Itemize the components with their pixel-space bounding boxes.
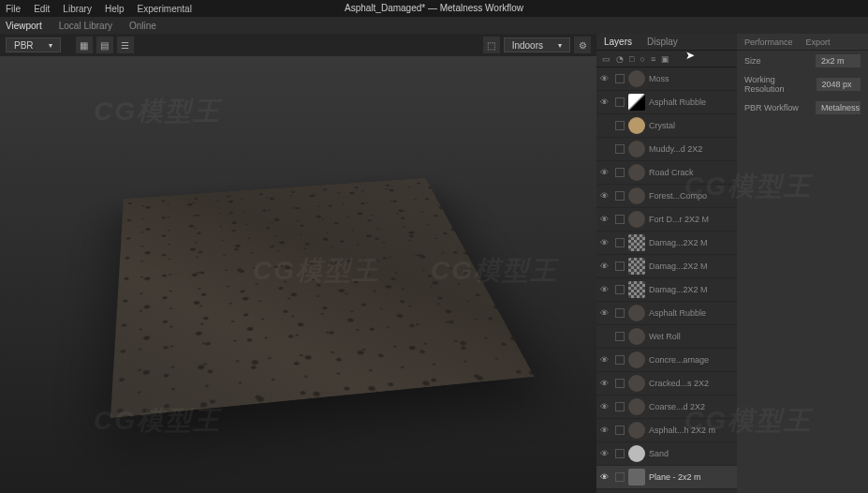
menu-library[interactable]: Library xyxy=(63,4,92,14)
layer-name: Concre...amage xyxy=(649,355,733,365)
layer-type-icon xyxy=(615,191,625,201)
tool-lines-icon[interactable]: ≡ xyxy=(651,54,655,64)
layer-row[interactable]: 👁Road Crack xyxy=(596,161,737,185)
layer-row[interactable]: 👁Coarse...d 2X2 xyxy=(596,396,737,419)
layer-thumbnail xyxy=(628,445,645,462)
layer-row[interactable]: 👁Sand xyxy=(596,442,737,466)
window-title: Asphalt_Damaged* — Metalness Workflow xyxy=(345,0,523,17)
layer-name: Sand xyxy=(649,449,733,458)
layer-row[interactable]: 👁Plane - 2x2 m xyxy=(596,466,737,489)
layer-thumbnail xyxy=(628,94,645,111)
layer-thumbnail xyxy=(628,211,645,228)
tab-local-library[interactable]: Local Library xyxy=(59,21,112,31)
layer-type-icon xyxy=(615,74,625,83)
layer-row[interactable]: 👁Fort D...r 2X2 M xyxy=(596,208,737,232)
layer-type-icon xyxy=(615,308,625,318)
tab-online[interactable]: Online xyxy=(129,21,156,31)
layer-row[interactable]: Muddy...d 2X2 xyxy=(596,138,737,161)
prop-workflow-value[interactable]: Metalness xyxy=(816,101,861,114)
layer-type-icon xyxy=(615,168,625,177)
layer-name: Cracked...s 2X2 xyxy=(649,379,733,388)
layer-row[interactable]: 👁Damag...2X2 M xyxy=(596,255,737,278)
layer-row[interactable]: 👁Asphalt Rubble xyxy=(596,302,737,325)
layers-panel: Layers Display ▭ ◔ □ ○ ≡ ▣ 👁Moss👁Asphalt… xyxy=(596,34,737,493)
visibility-icon[interactable]: 👁 xyxy=(600,74,611,83)
tool-rect-icon[interactable]: ▭ xyxy=(602,54,611,64)
visibility-icon[interactable]: 👁 xyxy=(600,191,611,201)
layer-type-icon xyxy=(615,144,625,154)
layer-thumbnail xyxy=(628,351,645,368)
tool-group-icon[interactable]: ▣ xyxy=(661,54,669,64)
visibility-icon[interactable]: 👁 xyxy=(600,379,611,388)
layer-type-icon xyxy=(615,426,625,435)
layer-type-icon xyxy=(615,97,625,107)
layer-type-icon xyxy=(615,285,625,294)
layer-thumbnail xyxy=(628,328,645,345)
environment-dropdown[interactable]: Indoors xyxy=(504,37,570,52)
layer-row[interactable]: Crystal xyxy=(596,114,737,138)
layer-name: Forest...Compo xyxy=(649,191,733,201)
prop-size-value[interactable]: 2x2 m xyxy=(816,54,861,67)
visibility-icon[interactable]: 👁 xyxy=(600,215,611,224)
layer-type-icon xyxy=(615,449,625,458)
layer-row[interactable]: 👁Asphalt...h 2X2 m xyxy=(596,419,737,442)
cube-icon[interactable]: ⬚ xyxy=(483,37,500,53)
main-tabs: Viewport Local Library Online xyxy=(0,17,868,34)
tool-square-icon[interactable]: □ xyxy=(629,54,634,64)
layer-row[interactable]: 👁Damag...2X2 M xyxy=(596,232,737,255)
visibility-icon[interactable]: 👁 xyxy=(600,238,611,247)
visibility-icon[interactable]: 👁 xyxy=(600,449,611,458)
layer-row[interactable]: 👁Moss xyxy=(596,67,737,91)
layer-row[interactable]: Wet Roll xyxy=(596,325,737,349)
prop-size-label: Size xyxy=(744,56,761,66)
settings-icon[interactable]: ⚙ xyxy=(574,37,591,53)
layer-thumbnail xyxy=(628,187,645,204)
layer-thumbnail xyxy=(628,117,645,134)
tab-display[interactable]: Display xyxy=(647,37,678,47)
prop-resolution-label: Working Resolution xyxy=(744,75,817,94)
menu-help[interactable]: Help xyxy=(105,4,125,14)
prop-workflow-label: PBR Workflow xyxy=(744,103,799,112)
layer-row[interactable]: 👁Concre...amage xyxy=(596,349,737,372)
tool-drop-icon[interactable]: ◔ xyxy=(616,54,624,64)
tool-circle-icon[interactable]: ○ xyxy=(640,54,644,64)
layer-row[interactable]: 👁Cracked...s 2X2 xyxy=(596,372,737,396)
prop-resolution-value[interactable]: 2048 px xyxy=(817,78,861,91)
layer-name: Asphalt Rubble xyxy=(649,97,733,107)
properties-panel: Performance Export Size 2x2 m Working Re… xyxy=(737,34,868,493)
visibility-icon[interactable]: 👁 xyxy=(600,308,611,318)
layer-row[interactable]: 👁Forest...Compo xyxy=(596,185,737,208)
layer-thumbnail xyxy=(628,141,645,157)
tab-performance[interactable]: Performance xyxy=(744,37,793,47)
visibility-icon[interactable]: 👁 xyxy=(600,355,611,365)
viewport-canvas[interactable] xyxy=(0,56,596,493)
visibility-icon[interactable]: 👁 xyxy=(600,402,611,411)
menu-file[interactable]: File xyxy=(6,4,21,14)
layer-name: Moss xyxy=(649,74,733,83)
tab-viewport[interactable]: Viewport xyxy=(6,21,42,31)
layer-thumbnail xyxy=(628,70,645,87)
view-grid-icon[interactable]: ▤ xyxy=(96,37,113,53)
tab-layers[interactable]: Layers xyxy=(604,37,632,47)
layer-name: Coarse...d 2X2 xyxy=(649,402,733,411)
shading-dropdown[interactable]: PBR xyxy=(6,37,61,52)
menu-experimental[interactable]: Experimental xyxy=(138,4,192,14)
layer-type-icon xyxy=(615,379,625,388)
menu-edit[interactable]: Edit xyxy=(34,4,50,14)
layer-name: Fort D...r 2X2 M xyxy=(649,215,733,224)
view-iso-icon[interactable]: ▦ xyxy=(76,37,93,53)
tab-export[interactable]: Export xyxy=(806,37,831,47)
layer-type-icon xyxy=(615,472,625,482)
layer-name: Road Crack xyxy=(649,168,733,177)
layer-tools: ▭ ◔ □ ○ ≡ ▣ xyxy=(596,51,737,67)
visibility-icon[interactable]: 👁 xyxy=(600,285,611,294)
visibility-icon[interactable]: 👁 xyxy=(600,261,611,271)
visibility-icon[interactable]: 👁 xyxy=(600,168,611,177)
visibility-icon[interactable]: 👁 xyxy=(600,472,611,482)
visibility-icon[interactable]: 👁 xyxy=(600,426,611,435)
layer-thumbnail xyxy=(628,281,645,298)
layer-row[interactable]: 👁Damag...2X2 M xyxy=(596,278,737,302)
view-list-icon[interactable]: ☰ xyxy=(117,37,134,53)
visibility-icon[interactable]: 👁 xyxy=(600,97,611,107)
layer-row[interactable]: 👁Asphalt Rubble xyxy=(596,91,737,114)
